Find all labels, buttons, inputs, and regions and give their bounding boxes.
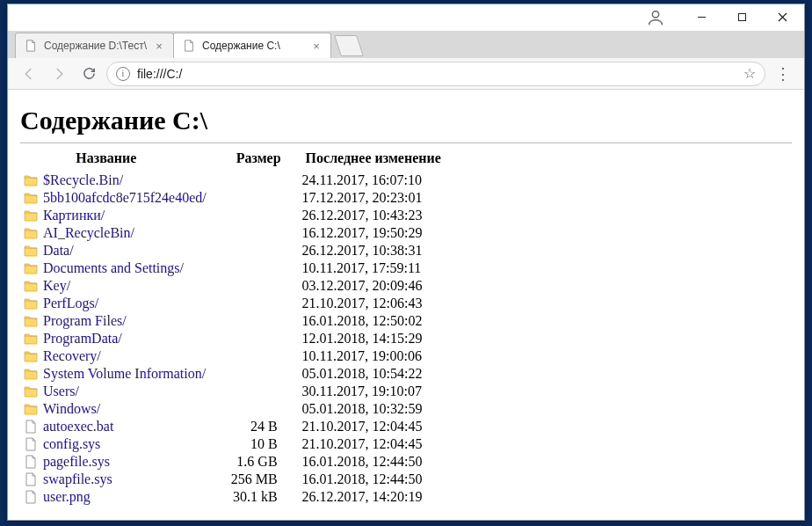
chrome-menu-button[interactable]: ⋮: [771, 62, 795, 86]
entry-size: [224, 400, 294, 418]
profile-avatar-icon[interactable]: [646, 8, 665, 27]
entry-date: 21.10.2017, 12:06:43: [294, 295, 453, 312]
entry-date: 26.12.2017, 14:20:19: [294, 488, 453, 506]
entry-size: [224, 295, 294, 312]
entry-size: [224, 347, 294, 365]
entry-date: 26.12.2017, 10:43:23: [294, 207, 453, 224]
table-row: Картинки/26.12.2017, 10:43:23: [20, 207, 453, 224]
tab-strip: Содержание D:\Тест\×Содержание C:\×: [8, 31, 804, 59]
folder-icon: [24, 384, 38, 398]
file-icon: [24, 437, 38, 451]
folder-icon: [24, 402, 38, 416]
entry-size: [224, 242, 294, 259]
table-row: Documents and Settings/10.11.2017, 17:59…: [20, 259, 453, 277]
site-info-icon[interactable]: i: [116, 67, 130, 81]
tab-close-button[interactable]: ×: [309, 39, 323, 53]
address-bar[interactable]: i file:///C:/ ☆: [106, 62, 765, 86]
entry-date: 21.10.2017, 12:04:45: [294, 418, 453, 435]
table-row: autoexec.bat24 B21.10.2017, 12:04:45: [20, 418, 453, 435]
folder-icon: [24, 261, 38, 275]
tab-title: Содержание C:\: [202, 40, 304, 52]
column-header-size: Размер: [224, 149, 294, 172]
table-row: Key/03.12.2017, 20:09:46: [20, 277, 453, 295]
forward-button[interactable]: [47, 62, 71, 86]
divider: [20, 142, 792, 143]
table-row: user.png30.1 kB26.12.2017, 14:20:19: [20, 488, 453, 506]
entry-link[interactable]: ProgramData/: [43, 331, 122, 346]
window-maximize-button[interactable]: [721, 5, 762, 30]
entry-link[interactable]: swapfile.sys: [43, 471, 112, 486]
browser-window: Содержание D:\Тест\×Содержание C:\× i fi…: [7, 4, 805, 521]
table-row: Recovery/10.11.2017, 19:00:06: [20, 347, 453, 365]
table-row: Program Files/16.01.2018, 12:50:02: [20, 312, 453, 330]
entry-size: [224, 224, 294, 242]
folder-icon: [24, 332, 38, 346]
file-icon: [24, 455, 38, 469]
window-close-button[interactable]: [762, 5, 802, 30]
tab-close-button[interactable]: ×: [152, 39, 166, 53]
entry-link[interactable]: config.sys: [43, 436, 100, 451]
bookmark-star-icon[interactable]: ☆: [743, 65, 756, 82]
new-tab-button[interactable]: [334, 35, 364, 56]
entry-size: 24 B: [224, 418, 294, 435]
page-heading: Содержание C:\: [20, 106, 792, 135]
toolbar: i file:///C:/ ☆ ⋮: [8, 58, 804, 90]
file-icon: [24, 490, 38, 504]
entry-link[interactable]: Program Files/: [43, 313, 127, 328]
folder-icon: [24, 367, 38, 381]
entry-date: 17.12.2017, 20:23:01: [294, 189, 453, 207]
table-row: AI_RecycleBin/16.12.2017, 19:50:29: [20, 224, 453, 242]
entry-size: [224, 259, 294, 277]
entry-link[interactable]: autoexec.bat: [43, 419, 113, 434]
reload-button[interactable]: [76, 62, 101, 86]
file-icon: [24, 420, 38, 434]
entry-size: 30.1 kB: [224, 488, 294, 506]
entry-link[interactable]: Recovery/: [43, 348, 101, 363]
page-icon: [25, 40, 37, 52]
entry-size: 256 MB: [224, 471, 294, 488]
folder-icon: [24, 191, 38, 205]
entry-link[interactable]: user.png: [43, 489, 91, 504]
entry-size: [224, 383, 294, 400]
browser-tab[interactable]: Содержание C:\×: [173, 33, 331, 58]
entry-date: 03.12.2017, 20:09:46: [294, 277, 453, 295]
entry-link[interactable]: Windows/: [43, 401, 100, 416]
entry-link[interactable]: Documents and Settings/: [43, 260, 184, 275]
entry-date: 10.11.2017, 17:59:11: [294, 259, 453, 277]
folder-icon: [24, 349, 38, 363]
entry-date: 24.11.2017, 16:07:10: [294, 172, 453, 189]
window-minimize-button[interactable]: [681, 5, 721, 30]
directory-listing-table: Название Размер Последнее изменение $Rec…: [20, 149, 453, 506]
entry-link[interactable]: 5bb100afcdc8e715f24e40ed/: [43, 190, 207, 205]
entry-date: 10.11.2017, 19:00:06: [294, 347, 453, 365]
entry-size: [224, 277, 294, 295]
entry-link[interactable]: Users/: [43, 384, 79, 398]
entry-size: 10 B: [224, 435, 294, 453]
table-row: swapfile.sys256 MB16.01.2018, 12:44:50: [20, 471, 453, 488]
browser-tab[interactable]: Содержание D:\Тест\×: [15, 33, 174, 58]
entry-link[interactable]: System Volume Information/: [43, 366, 206, 381]
column-header-date: Последнее изменение: [294, 149, 453, 172]
entry-size: [224, 189, 294, 207]
entry-link[interactable]: AI_RecycleBin/: [43, 225, 134, 240]
folder-icon: [24, 244, 38, 258]
entry-link[interactable]: Data/: [43, 243, 74, 258]
column-header-name: Название: [20, 149, 224, 172]
back-button[interactable]: [17, 62, 41, 86]
table-row: PerfLogs/21.10.2017, 12:06:43: [20, 295, 453, 312]
table-row: pagefile.sys1.6 GB16.01.2018, 12:44:50: [20, 453, 453, 471]
entry-link[interactable]: pagefile.sys: [43, 454, 110, 469]
page-icon: [183, 40, 195, 52]
window-titlebar: [8, 4, 804, 31]
entry-size: [224, 172, 294, 189]
folder-icon: [24, 314, 38, 328]
entry-link[interactable]: Картинки/: [43, 208, 105, 223]
entry-link[interactable]: $Recycle.Bin/: [43, 172, 123, 187]
entry-link[interactable]: Key/: [43, 278, 70, 293]
entry-size: [224, 312, 294, 330]
entry-date: 16.12.2017, 19:50:29: [294, 224, 453, 242]
entry-link[interactable]: PerfLogs/: [43, 296, 98, 310]
entry-size: [224, 365, 294, 383]
svg-rect-2: [738, 14, 745, 21]
tab-title: Содержание D:\Тест\: [44, 40, 147, 52]
